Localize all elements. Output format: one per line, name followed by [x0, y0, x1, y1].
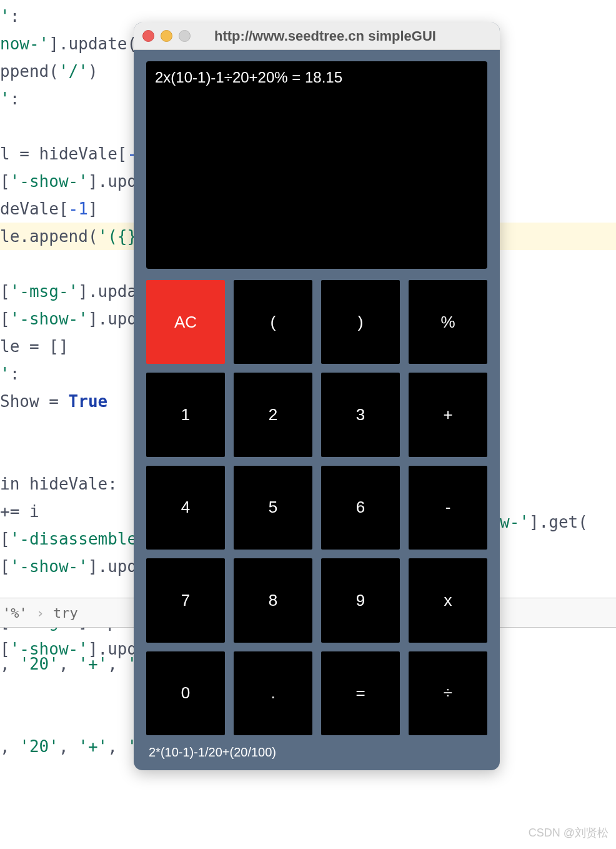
- editor-right-tail: w-'].get(: [500, 513, 588, 531]
- plus-button[interactable]: +: [409, 373, 487, 456]
- display-text: 2x(10-1)-1÷20+20% = 18.15: [155, 69, 342, 86]
- rparen-button[interactable]: ): [321, 280, 400, 364]
- digit-8-button[interactable]: 8: [234, 558, 312, 642]
- digit-3-button[interactable]: 3: [321, 373, 400, 456]
- chevron-right-icon: ›: [36, 605, 44, 621]
- breadcrumb-item[interactable]: '%': [2, 605, 27, 621]
- digit-6-button[interactable]: 6: [321, 466, 400, 550]
- digit-7-button[interactable]: 7: [146, 558, 225, 642]
- digit-9-button[interactable]: 9: [321, 558, 400, 642]
- dot-button[interactable]: .: [234, 651, 312, 735]
- console-line: , '20', '+', '20: [0, 650, 157, 678]
- console-line: , '20', '+', '(2: [0, 733, 157, 760]
- percent-button[interactable]: %: [409, 280, 487, 364]
- console-output: , '20', '+', '20 , '20', '+', '(2: [0, 650, 157, 760]
- console-line: [0, 705, 157, 733]
- breadcrumb-item[interactable]: try: [53, 605, 78, 621]
- close-icon[interactable]: [142, 30, 154, 42]
- window-title: http://www.seedtree.cn simpleGUI: [159, 28, 491, 44]
- minus-button[interactable]: -: [409, 466, 487, 550]
- lparen-button[interactable]: (: [234, 280, 312, 364]
- status-bar: 2*(10-1)-1/20+(20/100): [146, 741, 487, 763]
- ac-button[interactable]: AC: [146, 280, 225, 364]
- window-titlebar: http://www.seedtree.cn simpleGUI: [134, 23, 500, 50]
- calculator-window: http://www.seedtree.cn simpleGUI 2x(10-1…: [134, 23, 500, 770]
- digit-2-button[interactable]: 2: [234, 373, 312, 456]
- digit-4-button[interactable]: 4: [146, 466, 225, 550]
- divide-button[interactable]: ÷: [409, 651, 487, 735]
- digit-5-button[interactable]: 5: [234, 466, 312, 550]
- watermark: CSDN @刘贤松: [529, 825, 609, 840]
- console-line: [0, 678, 157, 705]
- status-text: 2*(10-1)-1/20+(20/100): [149, 745, 276, 760]
- calculator-display: 2x(10-1)-1÷20+20% = 18.15: [146, 61, 487, 269]
- equals-button[interactable]: =: [321, 651, 400, 735]
- digit-1-button[interactable]: 1: [146, 373, 225, 456]
- calculator-keypad: AC()%123+456-789x0.=÷: [146, 280, 487, 735]
- digit-0-button[interactable]: 0: [146, 651, 225, 735]
- multiply-button[interactable]: x: [409, 558, 487, 642]
